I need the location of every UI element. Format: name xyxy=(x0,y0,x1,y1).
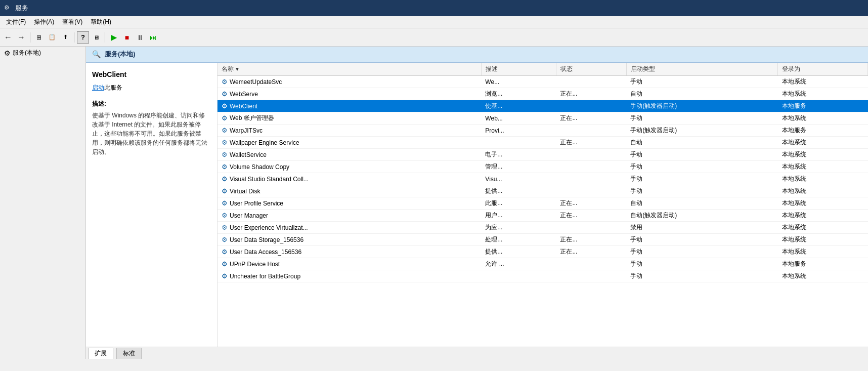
back-button[interactable]: ← xyxy=(2,31,14,44)
service-status-cell: 正在... xyxy=(556,234,626,246)
show-hide-button[interactable]: ⊞ xyxy=(33,31,45,44)
service-desc-cell: 提供... xyxy=(481,185,556,197)
service-status-cell xyxy=(556,258,626,270)
content-header-title: 服务(本地) xyxy=(105,50,136,59)
service-starttype-cell: 手动 xyxy=(626,234,778,246)
service-desc-cell xyxy=(481,137,556,149)
table-row[interactable]: ⚙WalletService电子...手动本地系统 xyxy=(218,149,868,161)
service-logon-cell: 本地系统 xyxy=(778,112,868,125)
console-button[interactable]: 🖥 xyxy=(90,31,102,44)
service-name: UPnP Device Host xyxy=(230,261,280,268)
table-row[interactable]: ⚙User Profile Service此服...正在...自动本地系统 xyxy=(218,197,868,210)
service-logon-cell: 本地系统 xyxy=(778,234,868,246)
service-name-cell: ⚙User Experience Virtualizat... xyxy=(218,222,481,234)
app-icon: ⚙ xyxy=(4,4,12,12)
service-starttype-cell: 手动 xyxy=(626,270,778,282)
service-logon-cell: 本地服务 xyxy=(778,258,868,270)
start-service-link[interactable]: 启动 xyxy=(92,84,104,91)
service-starttype-cell: 手动 xyxy=(626,112,778,125)
service-starttype-cell: 手动 xyxy=(626,246,778,258)
service-name-cell: ⚙User Data Access_156536 xyxy=(218,246,481,258)
service-name: Web 帐户管理器 xyxy=(230,114,274,122)
table-row[interactable]: ⚙User Manager用户...正在...自动(触发器启动)本地系统 xyxy=(218,210,868,222)
table-row[interactable]: ⚙WebClient使基...手动(触发器启动)本地服务 xyxy=(218,100,868,112)
service-starttype-cell: 手动 xyxy=(626,173,778,185)
menu-help[interactable]: 帮助(H) xyxy=(86,17,115,27)
start-suffix: 此服务 xyxy=(104,84,122,91)
menu-view[interactable]: 查看(V) xyxy=(58,17,86,27)
service-name: WemeetUpdateSvc xyxy=(230,78,282,86)
table-row[interactable]: ⚙Visual Studio Standard Coll...Visu...手动… xyxy=(218,173,868,185)
service-starttype-cell: 手动 xyxy=(626,185,778,197)
service-name-cell: ⚙User Data Storage_156536 xyxy=(218,234,481,246)
service-gear-icon: ⚙ xyxy=(222,102,228,110)
service-logon-cell: 本地系统 xyxy=(778,137,868,149)
menu-action[interactable]: 操作(A) xyxy=(30,17,58,27)
table-row[interactable]: ⚙User Data Access_156536提供...正在...手动本地系统 xyxy=(218,246,868,258)
table-row[interactable]: ⚙User Data Storage_156536处理...正在...手动本地系… xyxy=(218,234,868,246)
service-name-cell: ⚙Volume Shadow Copy xyxy=(218,161,481,173)
service-desc-cell: Visu... xyxy=(481,173,556,185)
main-layout: ⚙ 服务(本地) 🔍 服务(本地) WebClient 启动此服务 描述: 使基… xyxy=(0,47,868,359)
table-row[interactable]: ⚙User Experience Virtualizat...为应...禁用本地… xyxy=(218,222,868,234)
col-header-starttype[interactable]: 启动类型 xyxy=(626,63,778,76)
table-area: 名称▼ 描述 状态 启动类型 登 xyxy=(218,63,868,347)
col-header-name[interactable]: 名称▼ xyxy=(218,63,481,76)
service-name-cell: ⚙WebServe xyxy=(218,88,481,100)
table-row[interactable]: ⚙Wallpaper Engine Service正在...自动本地系统 xyxy=(218,137,868,149)
title-bar: ⚙ 服务 xyxy=(0,0,868,16)
pause-service-button[interactable]: ⏸ xyxy=(134,31,146,44)
table-row[interactable]: ⚙WebServe浏览...正在...自动本地系统 xyxy=(218,88,868,100)
service-gear-icon: ⚙ xyxy=(222,248,228,256)
menu-file[interactable]: 文件(F) xyxy=(2,17,30,27)
service-status-cell: 正在... xyxy=(556,137,626,149)
content-area: 🔍 服务(本地) WebClient 启动此服务 描述: 使基于 Windows… xyxy=(86,47,868,359)
service-name: User Data Access_156536 xyxy=(230,249,301,256)
table-row[interactable]: ⚙Web 帐户管理器Web...正在...手动本地系统 xyxy=(218,112,868,125)
table-row[interactable]: ⚙Virtual Disk提供...手动本地系统 xyxy=(218,185,868,197)
sidebar-item-services[interactable]: ⚙ 服务(本地) xyxy=(0,47,85,59)
table-row[interactable]: ⚙WemeetUpdateSvcWe...手动本地系统 xyxy=(218,76,868,88)
table-row[interactable]: ⚙Volume Shadow Copy管理...手动本地系统 xyxy=(218,161,868,173)
service-starttype-cell: 自动(触发器启动) xyxy=(626,210,778,222)
selected-service-name: WebClient xyxy=(92,69,211,80)
start-service-button[interactable]: ▶ xyxy=(108,31,120,44)
services-table: 名称▼ 描述 状态 启动类型 登 xyxy=(218,63,868,282)
col-header-status[interactable]: 状态 xyxy=(556,63,626,76)
search-icon: 🔍 xyxy=(92,50,101,58)
service-status-cell xyxy=(556,100,626,112)
app-title: 服务 xyxy=(15,4,28,13)
col-header-desc[interactable]: 描述 xyxy=(481,63,556,76)
service-name-cell: ⚙UPnP Device Host xyxy=(218,258,481,270)
service-desc-cell: 浏览... xyxy=(481,88,556,100)
forward-button[interactable]: → xyxy=(15,31,27,44)
step-button[interactable]: ⏭ xyxy=(147,31,159,44)
service-name-cell: ⚙Wallpaper Engine Service xyxy=(218,137,481,149)
service-name: Visual Studio Standard Coll... xyxy=(230,176,309,183)
tab-standard[interactable]: 标准 xyxy=(116,348,142,359)
stop-service-button[interactable]: ■ xyxy=(121,31,133,44)
table-row[interactable]: ⚙UPnP Device Host允许 ...手动本地服务 xyxy=(218,258,868,270)
col-header-logon[interactable]: 登录为 xyxy=(778,63,868,76)
service-name: WalletService xyxy=(230,151,267,158)
service-gear-icon: ⚙ xyxy=(222,151,228,158)
service-desc-cell: 允许 ... xyxy=(481,258,556,270)
service-name: WarpJITSvc xyxy=(230,127,263,134)
service-gear-icon: ⚙ xyxy=(222,187,228,195)
tab-extended[interactable]: 扩展 xyxy=(88,348,113,359)
help-button[interactable]: ? xyxy=(77,31,89,44)
service-gear-icon: ⚙ xyxy=(222,236,228,243)
service-desc-cell: 处理... xyxy=(481,234,556,246)
service-status-cell: 正在... xyxy=(556,197,626,210)
service-name: Virtual Disk xyxy=(230,188,260,195)
service-name: Uncheater for BattleGroup xyxy=(230,273,300,280)
table-row[interactable]: ⚙WarpJITSvcProvi...手动(触发器启动)本地服务 xyxy=(218,125,868,137)
service-starttype-cell: 手动 xyxy=(626,161,778,173)
table-row[interactable]: ⚙Uncheater for BattleGroup手动本地系统 xyxy=(218,270,868,282)
properties-button[interactable]: 📋 xyxy=(46,31,58,44)
service-status-cell xyxy=(556,161,626,173)
service-starttype-cell: 手动(触发器启动) xyxy=(626,100,778,112)
service-name-cell: ⚙WarpJITSvc xyxy=(218,125,481,137)
up-button[interactable]: ⬆ xyxy=(59,31,71,44)
menu-bar: 文件(F) 操作(A) 查看(V) 帮助(H) xyxy=(0,16,868,28)
